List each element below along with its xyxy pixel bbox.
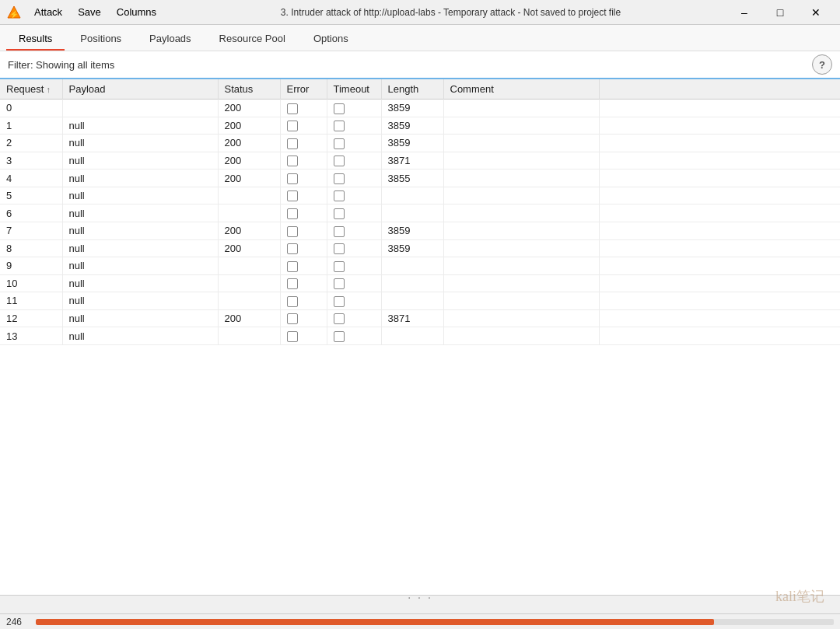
checkbox-icon[interactable]	[334, 296, 345, 307]
cell-length: 3859	[381, 135, 443, 152]
cell-error[interactable]	[280, 169, 327, 187]
cell-status: 200	[218, 152, 280, 169]
cell-timeout[interactable]	[327, 309, 381, 327]
checkbox-icon[interactable]	[287, 208, 298, 219]
cell-error[interactable]	[280, 257, 327, 275]
checkbox-icon[interactable]	[334, 243, 345, 254]
tab-results[interactable]: Results	[6, 28, 65, 51]
cell-timeout[interactable]	[327, 117, 381, 135]
checkbox-icon[interactable]	[287, 331, 298, 342]
cell-length: 3859	[381, 239, 443, 257]
cell-timeout[interactable]	[327, 239, 381, 257]
checkbox-icon[interactable]	[334, 331, 345, 342]
table-row[interactable]: 9null	[0, 257, 840, 275]
cell-timeout[interactable]	[327, 187, 381, 204]
filter-input[interactable]	[8, 59, 812, 71]
cell-error[interactable]	[280, 135, 327, 152]
cell-length	[381, 274, 443, 292]
checkbox-icon[interactable]	[334, 208, 345, 219]
col-header-request[interactable]: Request	[0, 79, 62, 100]
table-row[interactable]: 12null2003871	[0, 309, 840, 327]
cell-error[interactable]	[280, 327, 327, 345]
filter-help-button[interactable]: ?	[812, 54, 832, 75]
cell-timeout[interactable]	[327, 152, 381, 169]
cell-comment	[443, 204, 599, 222]
checkbox-icon[interactable]	[287, 296, 298, 307]
tab-resource-pool[interactable]: Resource Pool	[207, 28, 298, 51]
checkbox-icon[interactable]	[334, 313, 345, 324]
tab-payloads[interactable]: Payloads	[137, 28, 203, 51]
cell-error[interactable]	[280, 309, 327, 327]
menu-attack[interactable]: Attack	[28, 5, 68, 19]
cell-timeout[interactable]	[327, 292, 381, 310]
col-header-error[interactable]: Error	[280, 79, 327, 100]
minimize-button[interactable]: –	[726, 0, 762, 25]
cell-comment	[443, 222, 599, 239]
cell-error[interactable]	[280, 204, 327, 222]
checkbox-icon[interactable]	[334, 103, 345, 114]
cell-error[interactable]	[280, 222, 327, 239]
cell-timeout[interactable]	[327, 169, 381, 187]
checkbox-icon[interactable]	[287, 313, 298, 324]
cell-timeout[interactable]	[327, 257, 381, 275]
cell-length	[381, 204, 443, 222]
checkbox-icon[interactable]	[287, 278, 298, 289]
checkbox-icon[interactable]	[287, 121, 298, 131]
resize-handle[interactable]: · · ·	[0, 595, 840, 599]
col-header-payload[interactable]: Payload	[62, 79, 218, 100]
col-header-timeout[interactable]: Timeout	[327, 79, 381, 100]
table-row[interactable]: 11null	[0, 292, 840, 310]
checkbox-icon[interactable]	[287, 103, 298, 114]
checkbox-icon[interactable]	[287, 138, 298, 149]
table-row[interactable]: 7null2003859	[0, 222, 840, 239]
checkbox-icon[interactable]	[334, 156, 345, 166]
cell-payload: null	[62, 152, 218, 169]
checkbox-icon[interactable]	[334, 138, 345, 149]
table-row[interactable]: 6null	[0, 204, 840, 222]
menu-columns[interactable]: Columns	[110, 5, 163, 19]
cell-timeout[interactable]	[327, 135, 381, 152]
table-row[interactable]: 3null2003871	[0, 152, 840, 169]
checkbox-icon[interactable]	[334, 278, 345, 289]
table-row[interactable]: 10null	[0, 274, 840, 292]
cell-error[interactable]	[280, 100, 327, 117]
cell-error[interactable]	[280, 117, 327, 135]
tab-options[interactable]: Options	[301, 28, 361, 51]
col-header-comment[interactable]: Comment	[443, 79, 599, 100]
cell-error[interactable]	[280, 152, 327, 169]
cell-timeout[interactable]	[327, 100, 381, 117]
cell-timeout[interactable]	[327, 222, 381, 239]
checkbox-icon[interactable]	[334, 261, 345, 272]
checkbox-icon[interactable]	[287, 226, 298, 237]
cell-error[interactable]	[280, 187, 327, 204]
table-row[interactable]: 5null	[0, 187, 840, 204]
checkbox-icon[interactable]	[287, 173, 298, 184]
cell-timeout[interactable]	[327, 204, 381, 222]
checkbox-icon[interactable]	[334, 226, 345, 237]
cell-timeout[interactable]	[327, 274, 381, 292]
checkbox-icon[interactable]	[334, 173, 345, 184]
table-row[interactable]: 4null2003855	[0, 169, 840, 187]
table-row[interactable]: 02003859	[0, 100, 840, 117]
cell-error[interactable]	[280, 274, 327, 292]
menu-save[interactable]: Save	[72, 5, 107, 19]
checkbox-icon[interactable]	[287, 190, 298, 201]
cell-error[interactable]	[280, 239, 327, 257]
cell-timeout[interactable]	[327, 327, 381, 345]
checkbox-icon[interactable]	[334, 121, 345, 131]
tab-positions[interactable]: Positions	[68, 28, 134, 51]
table-row[interactable]: 2null2003859	[0, 135, 840, 152]
checkbox-icon[interactable]	[287, 243, 298, 254]
table-row[interactable]: 1null2003859	[0, 117, 840, 135]
checkbox-icon[interactable]	[287, 156, 298, 166]
maximize-button[interactable]: □	[762, 0, 798, 25]
cell-status	[218, 204, 280, 222]
table-row[interactable]: 13null	[0, 327, 840, 345]
close-button[interactable]: ✕	[798, 0, 834, 25]
checkbox-icon[interactable]	[287, 261, 298, 272]
col-header-length[interactable]: Length	[381, 79, 443, 100]
col-header-status[interactable]: Status	[218, 79, 280, 100]
checkbox-icon[interactable]	[334, 190, 345, 201]
table-row[interactable]: 8null2003859	[0, 239, 840, 257]
cell-error[interactable]	[280, 292, 327, 310]
